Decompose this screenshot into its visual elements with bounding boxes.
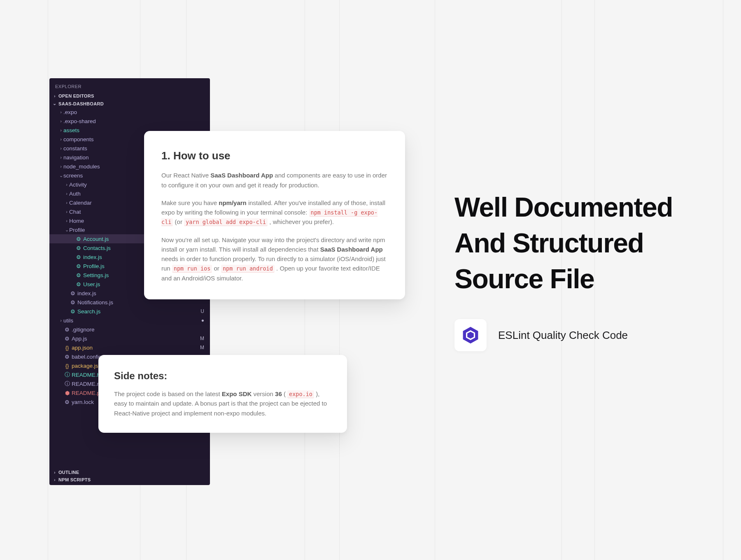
page-title: Well Documented And Structured Source Fi… [454,189,706,297]
chevron-right-icon: › [58,119,63,124]
folder-utils[interactable]: ›utils● [49,316,210,325]
inline-code: npm run ios [172,265,212,273]
file--gitignore[interactable]: ⚙.gitignore [49,325,210,334]
inline-code: expo.io [287,390,314,398]
chevron-down-icon: ⌄ [64,227,69,233]
file-icon: ⚙ [75,236,82,242]
git-status-badge: U [200,308,207,314]
file-app-json[interactable]: {}app.jsonM [49,343,210,352]
file-icon: ⚙ [63,336,71,342]
section-label: SAAS-DASHBOARD [58,101,104,106]
eslint-icon [461,326,480,345]
doc-paragraph: Make sure you have npm/yarn installed. A… [161,198,388,227]
file-icon: ⚙ [69,299,77,306]
inline-code: npm run android [221,265,275,273]
git-status-badge: ● [201,317,207,323]
eslint-badge [454,319,487,351]
chevron-down-icon: ⌄ [53,101,57,106]
file-label: Notifications.js [77,299,207,306]
explorer-title: EXPLORER [49,82,210,92]
chevron-right-icon: › [64,218,69,223]
git-status-badge: M [200,336,207,341]
doc-paragraph: The project code is based on the latest … [114,389,331,418]
file-icon: ⚙ [75,245,82,251]
chevron-right-icon: › [58,164,63,169]
file-icon: ⚙ [69,290,77,296]
section-outline[interactable]: › OUTLINE [49,469,210,476]
section-label: OUTLINE [58,470,79,475]
file-icon: ⚙ [63,399,71,405]
marketing-copy: Well Documented And Structured Source Fi… [454,189,706,351]
file-icon: ⚙ [75,254,82,260]
folder-label: .expo-shared [63,118,207,124]
doc-paragraph: Now you're all set up. Navigate your way… [161,235,388,283]
chevron-right-icon: › [64,191,69,196]
folder--expo[interactable]: ›.expo [49,107,210,117]
file-icon: {} [63,345,71,351]
inline-code: yarn global add expo-cli [184,218,268,226]
file-label: Search.js [77,308,200,315]
file-icon: ⚙ [63,327,71,333]
file-icon: ⚙ [63,354,71,360]
chevron-right-icon: › [58,128,63,133]
chevron-down-icon: ⌄ [58,173,63,178]
chevron-right-icon: › [53,470,57,475]
folder-label: .expo [63,109,207,115]
file-icon: ⬢ [63,390,71,396]
section-label: NPM SCRIPTS [58,477,91,482]
file-icon: ⚙ [69,308,77,315]
git-status-badge: M [200,345,207,350]
chevron-right-icon: › [53,93,57,98]
eslint-row: ESLint Quality Check Code [454,319,706,351]
file-icon: {} [63,363,71,369]
chevron-right-icon: › [58,146,63,151]
file-icon: ⚙ [75,281,82,287]
chevron-right-icon: › [58,137,63,142]
chevron-right-icon: › [58,110,63,114]
file-icon: ⚙ [75,263,82,269]
doc-paragraph: Our React Native SaaS Dashboard App and … [161,170,388,190]
folder--expo-shared[interactable]: ›.expo-shared [49,117,210,126]
section-saas-dashboard[interactable]: ⌄SAAS-DASHBOARD [49,100,210,107]
file-label: App.js [72,336,200,342]
file-icon: ⓘ [63,380,71,387]
section-label: OPEN EDITORS [58,93,94,98]
folder-label: utils [63,317,201,324]
doc-heading: 1. How to use [161,147,388,164]
file-icon: ⚙ [75,272,82,278]
doc-heading: Side notes: [114,368,331,383]
chevron-right-icon: › [64,209,69,214]
chevron-right-icon: › [64,200,69,205]
chevron-right-icon: › [53,477,57,482]
chevron-right-icon: › [64,182,69,187]
doc-card-how-to-use: 1. How to use Our React Native SaaS Dash… [144,131,405,299]
file-search-js[interactable]: ⚙Search.jsU [49,307,210,316]
doc-card-side-notes: Side notes: The project code is based on… [98,355,347,433]
section-npm-scripts[interactable]: › NPM SCRIPTS [49,476,210,483]
file-icon: ⓘ [63,371,71,378]
file-label: app.json [72,345,200,351]
file-label: .gitignore [72,327,207,333]
eslint-label: ESLint Quality Check Code [498,329,628,342]
chevron-right-icon: › [58,318,63,323]
file-app-js[interactable]: ⚙App.jsM [49,334,210,343]
section-open-editors[interactable]: ›OPEN EDITORS [49,92,210,100]
chevron-right-icon: › [58,155,63,160]
